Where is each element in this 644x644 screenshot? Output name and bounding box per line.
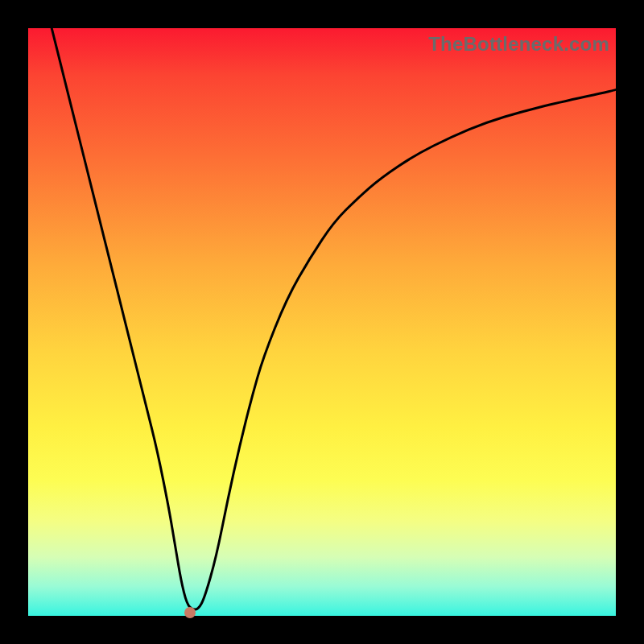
optimum-marker (184, 607, 196, 618)
bottleneck-curve (52, 28, 616, 609)
curve-svg (28, 28, 616, 616)
plot-area: TheBottleneck.com (28, 28, 616, 616)
chart-container: TheBottleneck.com (0, 0, 644, 644)
